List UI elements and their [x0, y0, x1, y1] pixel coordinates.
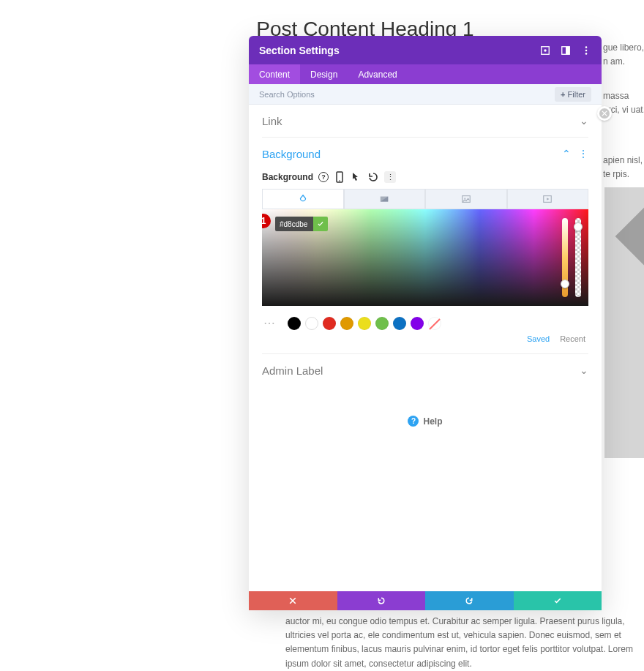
section-settings-modal: Section Settings Content Design Advanced…	[249, 36, 602, 610]
link-title: Link	[262, 115, 282, 127]
svg-point-5	[585, 49, 588, 51]
bg-text: auctor mi, eu congue odio tempus et. Cur…	[285, 615, 637, 671]
swatch[interactable]	[358, 317, 371, 330]
accordion-link[interactable]: Link ⌄	[262, 105, 588, 138]
tablet-icon[interactable]	[334, 171, 345, 183]
tab-content[interactable]: Content	[249, 64, 300, 84]
hex-input[interactable]	[275, 217, 313, 231]
modal-title: Section Settings	[259, 45, 540, 56]
swatch[interactable]	[340, 317, 353, 330]
svg-point-4	[585, 46, 588, 48]
save-button[interactable]	[514, 591, 602, 610]
color-picker[interactable]: 1	[262, 209, 588, 306]
bg-decoration	[604, 187, 644, 458]
admin-label-title: Admin Label	[262, 364, 323, 377]
swatch-none[interactable]	[428, 317, 441, 330]
bg-image-tab[interactable]	[425, 189, 507, 209]
swatch-more-icon[interactable]: ⋯	[263, 316, 276, 330]
hover-icon[interactable]	[351, 171, 362, 183]
kebab-icon[interactable]: ⋮	[578, 148, 588, 160]
modal-header: Section Settings	[249, 36, 602, 64]
bg-type-tabs	[262, 189, 588, 209]
bg-gradient-tab[interactable]	[344, 189, 426, 209]
swatch[interactable]	[375, 317, 389, 330]
svg-point-8	[339, 180, 340, 181]
tab-design[interactable]: Design	[300, 64, 348, 84]
snap-icon[interactable]	[561, 45, 571, 56]
background-field-label: Background	[262, 172, 313, 182]
saved-colors-tab[interactable]: Saved	[527, 334, 550, 343]
svg-point-1	[544, 49, 547, 52]
accordion-admin-label[interactable]: Admin Label ⌄	[262, 354, 588, 386]
swatch[interactable]	[323, 317, 336, 330]
chevron-down-icon: ⌄	[580, 115, 588, 127]
filter-button[interactable]: +Filter	[555, 87, 591, 102]
alpha-slider[interactable]	[575, 218, 581, 297]
help-link[interactable]: ? Help	[262, 416, 588, 427]
bg-color-tab[interactable]	[262, 189, 344, 209]
swatch[interactable]	[411, 317, 424, 330]
bg-text: apien nisl, te rpis.	[603, 154, 644, 181]
svg-rect-3	[566, 46, 569, 54]
swatch[interactable]	[305, 317, 318, 330]
search-row: Search Options +Filter	[249, 84, 602, 105]
svg-point-6	[585, 53, 588, 55]
svg-point-11	[464, 198, 465, 199]
bg-video-tab[interactable]	[507, 189, 589, 209]
close-button[interactable]	[597, 106, 612, 121]
slider-thumb[interactable]	[561, 280, 569, 288]
recent-colors-tab[interactable]: Recent	[560, 334, 585, 343]
modal-footer	[249, 591, 602, 610]
cancel-button[interactable]	[249, 591, 337, 610]
chevron-up-icon[interactable]: ⌃	[562, 148, 571, 160]
slider-thumb[interactable]	[574, 222, 583, 231]
help-label: Help	[423, 416, 442, 427]
redo-button[interactable]	[425, 591, 514, 610]
accordion-background: Background ⌃ ⋮ Background ? ⋮	[262, 138, 588, 354]
options-icon[interactable]: ⋮	[384, 171, 396, 183]
bg-text: gue libero, n am.	[603, 41, 644, 69]
chevron-down-icon: ⌄	[580, 364, 588, 376]
background-title[interactable]: Background	[262, 148, 321, 160]
tab-row: Content Design Advanced	[249, 64, 602, 84]
hex-confirm-button[interactable]	[313, 217, 328, 231]
reset-icon[interactable]	[367, 171, 379, 183]
help-icon[interactable]: ?	[318, 172, 329, 182]
swatch[interactable]	[288, 317, 301, 330]
search-input[interactable]: Search Options	[259, 90, 315, 99]
tab-advanced[interactable]: Advanced	[348, 64, 407, 84]
swatch[interactable]	[393, 317, 406, 330]
more-icon[interactable]	[581, 45, 591, 56]
undo-button[interactable]	[337, 591, 426, 610]
hue-slider[interactable]	[562, 218, 568, 297]
expand-icon[interactable]	[540, 45, 550, 56]
help-icon: ?	[408, 416, 419, 427]
swatch-row: ⋯	[262, 316, 588, 330]
